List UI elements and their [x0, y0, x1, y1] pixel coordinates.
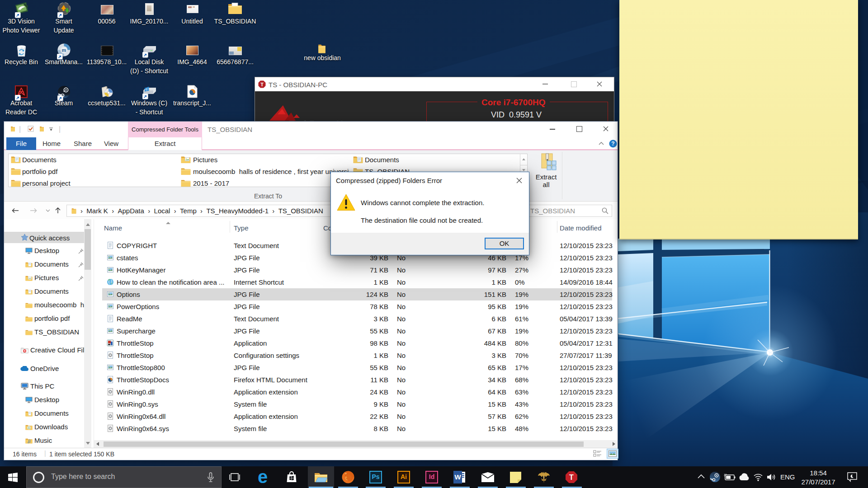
svg-text:?: ? [611, 141, 614, 147]
svg-text:m: m [62, 47, 66, 53]
svg-text:T: T [569, 474, 574, 481]
svg-text:T: T [260, 82, 264, 87]
